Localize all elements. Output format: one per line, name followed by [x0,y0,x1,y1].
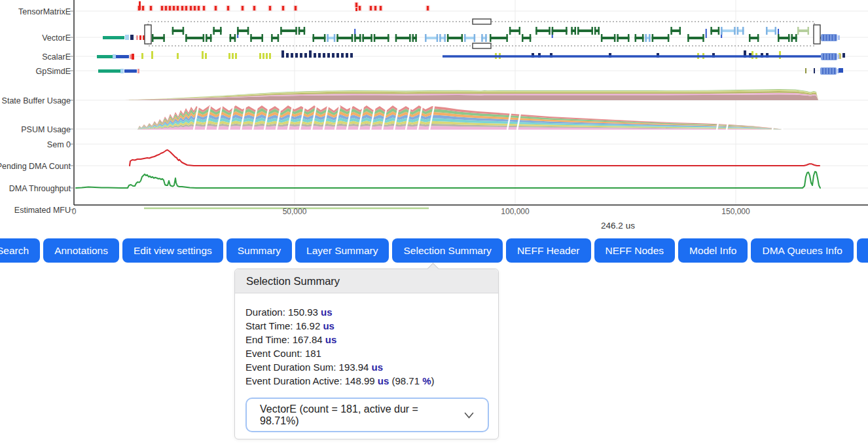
event-bar [808,27,810,35]
dma-event-blob [831,68,833,74]
scalare-mark [177,53,179,59]
timeline-plot[interactable]: TensorMatrixEVectorEScalarEGpSimdEState … [0,0,868,234]
event-bar [388,34,389,42]
selection-handle-right[interactable] [814,25,820,44]
toolbar-button-model-info[interactable]: Model Info [678,238,748,263]
event-bar [447,34,449,42]
x-tick-label: 150,000 [721,207,750,216]
tensor-event-mark [161,6,163,10]
event-bar [788,34,790,42]
tensor-event-mark [198,6,200,10]
scalare-bar [97,55,113,58]
event-bar [687,34,689,42]
event-bar [185,34,187,42]
vectore-mark [125,35,129,40]
event-bar [645,34,647,42]
event-bar [594,27,596,35]
tensor-event-mark [355,8,357,11]
dma-event-blob [835,35,836,41]
tensor-event-mark [165,6,167,10]
dma-event-blob [834,68,835,74]
row-label-vectore: VectorE [42,33,71,43]
engine-select[interactable]: VectorE (count = 181, active dur = 98.71… [245,398,489,432]
event-bar [247,27,249,35]
selection-handle-bottom[interactable] [473,43,491,48]
psum-notch [782,106,787,130]
tensor-event-mark [190,6,192,10]
toolbar-button-neff-nodes[interactable]: NEFF Nodes [594,238,676,263]
event-bar [481,34,483,42]
scalare-mark [266,53,268,59]
dma-event-blob [838,35,840,40]
event-bar [766,27,768,35]
scalare-mark [132,54,134,60]
event-bar [313,37,326,39]
scalare-mark [346,53,348,58]
scalare-mark [839,54,841,59]
event-bar [506,34,508,42]
toolbar-button-layer-summary[interactable]: Layer Summary [295,238,389,263]
row-label-state-buffer-usage: State Buffer Usage [2,96,71,105]
event-bar [652,34,654,42]
event-bar [183,27,185,35]
event-bar [271,34,273,42]
event-bar [334,34,336,42]
toolbar-button-selection-summary[interactable]: Selection Summary [392,238,502,263]
event-bar [172,27,174,35]
x-tick-label: 50,000 [283,207,307,216]
row-label-sem-0: Sem 0 [47,140,71,149]
selection-summary-popup: Selection Summary Duration: 150.93 usSta… [234,269,499,439]
event-bar [490,34,492,42]
row-label-dma-throughput: DMA Throughput [9,184,71,193]
stat-event-duration-active: Event Duration Active: 148.99 us (98.71 … [245,374,488,388]
event-bar [213,27,215,35]
selection-handle-top[interactable] [473,19,491,24]
event-bar [797,27,799,35]
toolbar-button-summary[interactable]: Summary [226,238,292,263]
event-bar [352,34,353,42]
event-bar [566,27,568,35]
event-bar [444,34,446,42]
toolbar-button-edit-view-settings[interactable]: Edit view settings [122,238,223,263]
toolbar-button-nc-memory[interactable]: NC Memory [857,238,868,263]
event-bar [395,37,411,39]
scalare-mark [323,53,325,58]
toolbar-button-dma-queues-info[interactable]: DMA Queues Info [751,238,853,263]
toolbar-button-annotations[interactable]: Annotations [43,238,119,263]
tensor-event-mark [173,6,175,10]
event-bar [278,34,280,42]
gpsimde-bar [124,69,137,73]
event-bar [522,34,524,42]
event-bar [298,27,300,35]
event-bar [336,34,338,42]
tensor-event-mark [380,6,382,10]
event-bar [734,27,736,35]
toolbar-button-neff-header[interactable]: NEFF Header [506,238,591,263]
x-tick-label: 100,000 [501,207,530,216]
tensor-event-mark [374,6,376,10]
scalare-mark [151,51,153,59]
vectore-tick [706,29,707,38]
event-bar [206,34,208,42]
toolbar-button-search[interactable]: Search [0,238,40,263]
vectore-bar [103,36,124,39]
tensor-event-mark [194,6,196,10]
event-bar [795,34,797,42]
stat-event-duration-sum: Event Duration Sum: 193.94 us [245,360,488,374]
event-bar [152,34,154,42]
event-bar [447,37,463,39]
timeline-chart[interactable]: TensorMatrixEVectorEScalarEGpSimdEState … [0,0,868,234]
x-tick-label: 0 [72,207,77,216]
selection-handle-left[interactable] [145,25,151,44]
dma-event-blob [825,68,827,74]
gpsimde-mark [120,69,124,73]
tensor-event-mark [359,6,361,10]
gpsimde-mark [814,68,815,73]
gpsimde-mark [137,69,139,73]
tensor-event-mark [142,6,144,10]
selection-stats: Duration: 150.93 usStart Time: 16.92 usE… [245,305,488,388]
event-bar [702,34,704,42]
dma-event-blob [823,54,824,60]
row-label-gpsimde: GpSimdE [36,67,71,76]
event-bar [628,34,630,42]
